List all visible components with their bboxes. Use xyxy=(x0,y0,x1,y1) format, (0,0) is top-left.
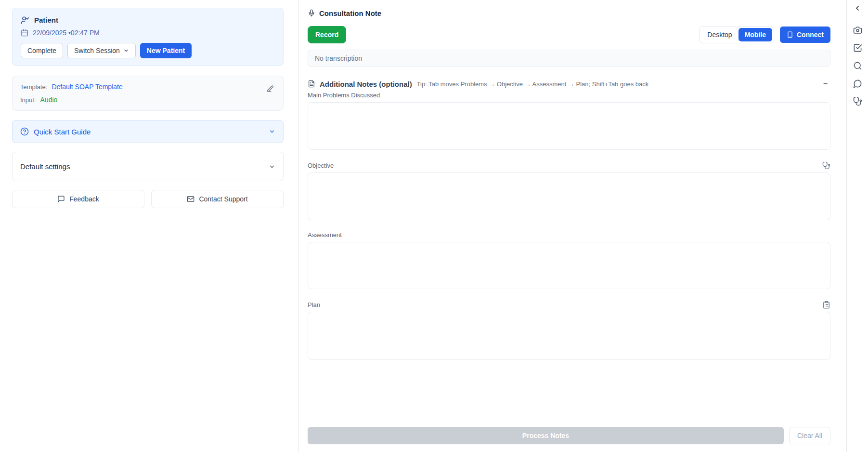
clipboard-icon xyxy=(822,301,830,309)
right-toolbar xyxy=(846,0,868,452)
objective-textarea[interactable] xyxy=(308,173,830,220)
transcription-empty-text: No transcription xyxy=(315,54,362,62)
patient-title: Patient xyxy=(34,16,58,24)
plan-textarea[interactable] xyxy=(308,312,830,360)
input-label: Input: xyxy=(20,96,36,104)
template-label: Template: xyxy=(20,83,47,91)
plan-label: Plan xyxy=(308,301,320,308)
additional-notes-title: Additional Notes (optional) xyxy=(320,80,412,88)
chevron-down-icon xyxy=(123,48,129,53)
collapse-notes-button[interactable]: − xyxy=(820,79,830,89)
switch-session-label: Switch Session xyxy=(74,47,120,54)
plan-template-button[interactable] xyxy=(822,301,830,309)
tab-order-tip: Tip: Tab moves Problems → Objective → As… xyxy=(417,80,649,88)
stethoscope-icon xyxy=(822,161,830,170)
chat-icon xyxy=(853,79,862,88)
connect-button[interactable]: Connect xyxy=(780,27,830,43)
calendar-icon xyxy=(21,29,28,37)
sidebar: Patient 22/09/2025 •02:47 PM Complete Sw… xyxy=(0,0,299,452)
collapse-panel-button[interactable] xyxy=(851,3,864,13)
app-root: Patient 22/09/2025 •02:47 PM Complete Sw… xyxy=(0,0,868,452)
search-icon xyxy=(853,61,862,70)
search-tool-button[interactable] xyxy=(851,60,864,71)
main-problems-textarea[interactable] xyxy=(308,102,830,150)
file-text-icon xyxy=(308,80,315,88)
user-check-icon xyxy=(21,15,30,25)
checklist-icon xyxy=(853,43,862,53)
smartphone-icon xyxy=(787,31,793,38)
chevron-left-icon xyxy=(854,4,861,12)
main-panel: Consultation Note Record Desktop Mobile … xyxy=(299,0,846,452)
process-notes-button[interactable]: Process Notes xyxy=(308,427,784,444)
complete-button[interactable]: Complete xyxy=(21,43,63,58)
chat-tool-button[interactable] xyxy=(851,78,864,89)
contact-support-button[interactable]: Contact Support xyxy=(151,190,284,208)
help-circle-icon xyxy=(20,127,29,136)
template-value-link[interactable]: Default SOAP Template xyxy=(52,83,122,91)
edit-template-button[interactable] xyxy=(266,85,274,93)
main-problems-label: Main Problems Discussed xyxy=(308,92,380,99)
default-settings-label: Default settings xyxy=(20,162,269,171)
pencil-icon xyxy=(266,85,274,93)
message-square-icon xyxy=(57,195,65,203)
page-title: Consultation Note xyxy=(319,9,381,17)
quick-start-label: Quick Start Guide xyxy=(34,128,264,136)
chevron-down-icon xyxy=(269,128,275,135)
mail-icon xyxy=(187,195,194,203)
camera-icon xyxy=(853,26,862,35)
microphone-icon xyxy=(308,9,315,17)
default-settings-toggle[interactable]: Default settings xyxy=(12,152,284,181)
input-value: Audio xyxy=(40,96,58,104)
contact-support-label: Contact Support xyxy=(199,195,247,203)
connect-label: Connect xyxy=(797,31,824,39)
stethoscope-icon xyxy=(853,97,862,106)
screenshot-tool-button[interactable] xyxy=(851,25,864,35)
feedback-label: Feedback xyxy=(69,195,99,203)
objective-exam-button[interactable] xyxy=(822,161,830,170)
quick-start-guide[interactable]: Quick Start Guide xyxy=(12,120,284,143)
exam-tool-button[interactable] xyxy=(851,96,864,106)
transcription-panel: No transcription xyxy=(308,50,830,66)
mobile-toggle-button[interactable]: Mobile xyxy=(738,28,772,41)
chevron-down-icon xyxy=(269,163,275,170)
template-card: Template: Default SOAP Template Input: A… xyxy=(12,76,284,111)
clear-all-button[interactable]: Clear All xyxy=(789,427,830,444)
assessment-label: Assessment xyxy=(308,231,342,239)
objective-label: Objective xyxy=(308,162,334,169)
session-datetime: 22/09/2025 •02:47 PM xyxy=(33,29,100,37)
desktop-toggle-button[interactable]: Desktop xyxy=(701,28,738,41)
tasks-tool-button[interactable] xyxy=(851,42,864,53)
new-patient-button[interactable]: New Patient xyxy=(140,43,192,58)
switch-session-button[interactable]: Switch Session xyxy=(67,43,136,58)
device-toggle: Desktop Mobile xyxy=(699,26,774,43)
assessment-textarea[interactable] xyxy=(308,242,830,289)
patient-card: Patient 22/09/2025 •02:47 PM Complete Sw… xyxy=(12,8,284,66)
feedback-button[interactable]: Feedback xyxy=(12,190,144,208)
record-button[interactable]: Record xyxy=(308,26,346,43)
